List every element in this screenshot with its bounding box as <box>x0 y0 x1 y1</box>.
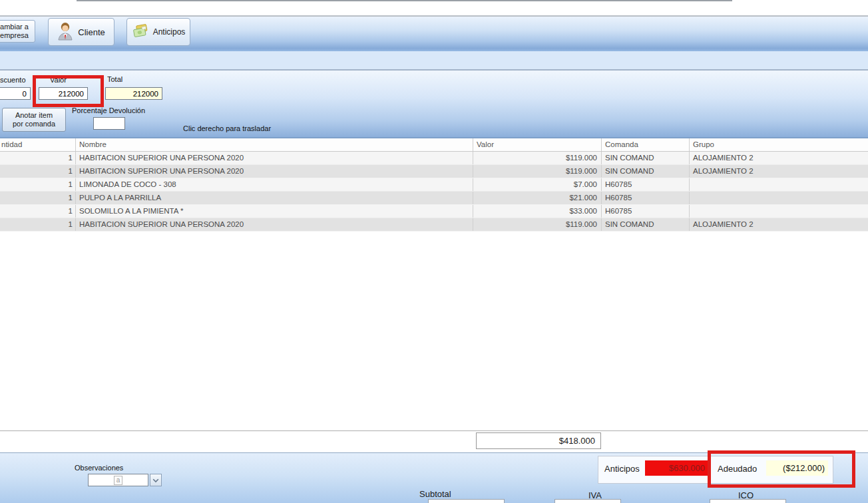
column-header-valor[interactable]: Valor <box>473 138 601 151</box>
porcentaje-devolucion-label: Porcentaje Devolución <box>72 106 145 114</box>
subtotal-label: Subtotal <box>419 489 451 499</box>
ribbon-lower-strip <box>0 51 868 69</box>
anticipos-value-field: $630.000 <box>645 460 708 476</box>
porcentaje-devolucion-input[interactable] <box>93 117 125 130</box>
cell-nombre: PULPO A LA PARRILLA <box>75 192 473 204</box>
window-top-divider <box>77 0 732 1</box>
anticipos-total-label: Anticipos <box>604 464 640 474</box>
cell-comanda: H60785 <box>601 192 689 204</box>
cell-cantidad: 1 <box>0 192 75 204</box>
footer-divider <box>0 430 868 431</box>
cell-comanda: H60785 <box>601 178 689 191</box>
cliente-button-label: Cliente <box>78 27 105 37</box>
note-icon: a <box>114 476 122 485</box>
cell-nombre: LIMONADA DE COCO - 308 <box>75 178 473 191</box>
column-header-cantidad[interactable]: ntidad <box>0 138 75 151</box>
observaciones-combobox[interactable]: a <box>88 474 148 486</box>
anotar-button-line2: por comanda <box>13 120 55 128</box>
cell-grupo <box>689 178 868 191</box>
table-row[interactable]: 1 HABITACION SUPERIOR UNA PERSONA 2020 $… <box>0 218 868 232</box>
observaciones-label: Observaciones <box>75 464 123 472</box>
cell-valor: $21.000 <box>473 192 601 204</box>
cell-cantidad: 1 <box>0 165 75 178</box>
cell-grupo: ALOJAMIENTO 2 <box>689 218 868 231</box>
cell-comanda: H60785 <box>601 205 689 218</box>
cell-cantidad: 1 <box>0 178 75 191</box>
cell-grupo <box>689 205 868 218</box>
valor-column-total-field: $418.000 <box>476 432 601 449</box>
total-input <box>105 87 162 100</box>
totals-fields-panel <box>0 71 868 137</box>
cell-comanda: SIN COMAND <box>601 218 689 231</box>
subtotal-input-partial[interactable] <box>428 499 505 503</box>
cell-nombre: HABITACION SUPERIOR UNA PERSONA 2020 <box>75 165 473 178</box>
switch-button-line1: ambiar a <box>0 23 29 31</box>
cell-valor: $7.000 <box>473 178 601 191</box>
switch-button-line2: empresa <box>0 31 29 40</box>
cell-comanda: SIN COMAND <box>601 152 689 164</box>
column-header-nombre[interactable]: Nombre <box>75 138 473 151</box>
cell-valor: $119.000 <box>473 152 601 164</box>
table-row[interactable]: 1 SOLOMILLO A LA PIMIENTA * $33.000 H607… <box>0 205 868 218</box>
cell-nombre: HABITACION SUPERIOR UNA PERSONA 2020 <box>75 152 473 164</box>
chevron-down-icon <box>152 476 159 484</box>
adeudado-label: Adeudado <box>718 464 757 474</box>
cell-cantidad: 1 <box>0 205 75 218</box>
switch-to-company-button[interactable]: ambiar a empresa <box>0 20 35 43</box>
table-row[interactable]: 1 HABITACION SUPERIOR UNA PERSONA 2020 $… <box>0 152 868 165</box>
items-table: ntidad Nombre Valor Comanda Grupo 1 HABI… <box>0 138 868 232</box>
cell-nombre: SOLOMILLO A LA PIMIENTA * <box>75 205 473 218</box>
money-bills-icon <box>132 23 149 41</box>
pos-billing-window: ambiar a empresa Cliente <box>0 0 868 503</box>
anticipos-button[interactable]: Anticipos <box>126 18 190 46</box>
descuento-label: scuento <box>0 76 26 84</box>
cell-valor: $119.000 <box>473 218 601 231</box>
valor-label: Valor <box>50 76 67 84</box>
cell-valor: $119.000 <box>473 165 601 178</box>
table-row[interactable]: 1 HABITACION SUPERIOR UNA PERSONA 2020 $… <box>0 165 868 178</box>
anotar-button-line1: Anotar item <box>15 111 53 120</box>
cell-valor: $33.000 <box>473 205 601 218</box>
column-header-comanda[interactable]: Comanda <box>601 138 689 151</box>
observaciones-dropdown-button[interactable] <box>150 474 162 486</box>
cell-grupo: ALOJAMIENTO 2 <box>689 165 868 178</box>
traslado-hint-text: Clic derecho para trasladar <box>183 124 271 132</box>
person-icon <box>57 22 73 43</box>
valor-input[interactable] <box>39 87 88 100</box>
iva-input-partial[interactable] <box>554 499 621 503</box>
cell-grupo: ALOJAMIENTO 2 <box>689 152 868 164</box>
anotar-item-por-comanda-button[interactable]: Anotar item por comanda <box>2 108 66 132</box>
adeudado-value-field: ($212.000) <box>766 460 828 476</box>
cell-cantidad: 1 <box>0 218 75 231</box>
total-label: Total <box>107 75 122 83</box>
descuento-input[interactable] <box>0 87 31 100</box>
anticipos-button-label: Anticipos <box>153 27 186 37</box>
ico-input-partial[interactable] <box>710 499 786 503</box>
table-row[interactable]: 1 PULPO A LA PARRILLA $21.000 H60785 <box>0 192 868 205</box>
table-body: 1 HABITACION SUPERIOR UNA PERSONA 2020 $… <box>0 152 868 232</box>
cell-grupo <box>689 192 868 204</box>
balance-panel: Anticipos $630.000 Adeudado ($212.000) <box>598 456 833 484</box>
cliente-button[interactable]: Cliente <box>48 18 114 46</box>
cell-nombre: HABITACION SUPERIOR UNA PERSONA 2020 <box>75 218 473 231</box>
cell-comanda: SIN COMAND <box>601 165 689 178</box>
cell-cantidad: 1 <box>0 152 75 164</box>
table-header-row: ntidad Nombre Valor Comanda Grupo <box>0 138 868 152</box>
table-row[interactable]: 1 LIMONADA DE COCO - 308 $7.000 H60785 <box>0 178 868 192</box>
column-header-grupo[interactable]: Grupo <box>689 138 868 151</box>
